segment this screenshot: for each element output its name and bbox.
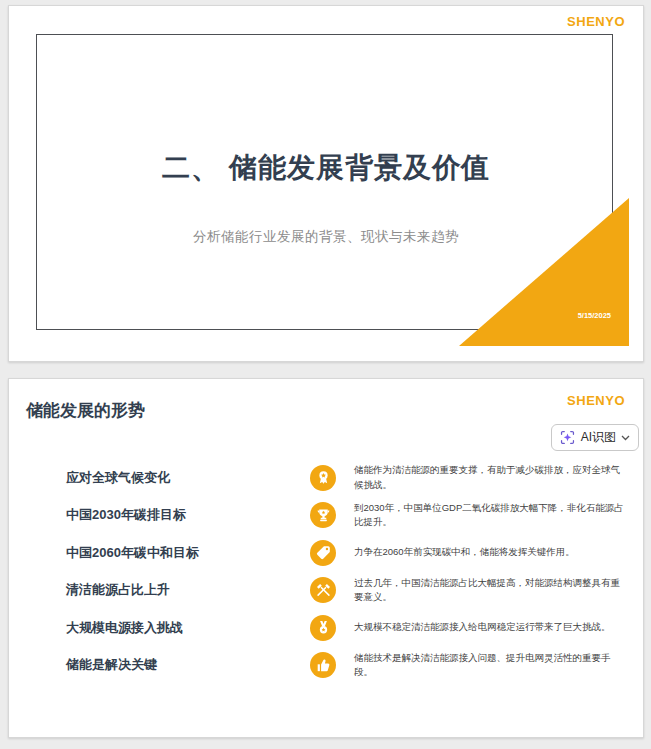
price-tag-icon [310, 540, 336, 566]
item-label: 中国2030年碳排目标 [66, 506, 298, 524]
star-medal-icon [310, 615, 336, 641]
section-subtitle: 分析储能行业发展的背景、现状与未来趋势 [9, 228, 643, 246]
trophy-icon [310, 502, 336, 528]
brand-logo: SHENYO [567, 14, 625, 29]
item-description: 到2030年，中国单位GDP二氧化碳排放大幅下降，非化石能源占比提升。 [354, 501, 624, 530]
crossed-hammers-icon [310, 577, 336, 603]
situation-list: 应对全球气候变化 储能作为清洁能源的重要支撑，有助于减少碳排放，应对全球气候挑战… [9, 459, 643, 684]
list-item: 清洁能源占比上升 过去几年，中国清洁能源占比大幅提高，对能源结构调整具有重要意义… [9, 572, 643, 610]
list-item: 中国2030年碳排目标 到2030年，中国单位GDP二氧化碳排放大幅下降，非化石… [9, 497, 643, 535]
ribbon-medal-icon [310, 465, 336, 491]
section-title: 二、 储能发展背景及价值 [9, 149, 643, 187]
list-item: 大规模电源接入挑战 大规模不稳定清洁能源接入给电网稳定运行带来了巨大挑战。 [9, 609, 643, 647]
item-label: 中国2060年碳中和目标 [66, 544, 298, 562]
item-description: 力争在2060年前实现碳中和，储能将发挥关键作用。 [354, 545, 624, 560]
item-label: 大规模电源接入挑战 [66, 619, 298, 637]
item-description: 过去几年，中国清洁能源占比大幅提高，对能源结构调整具有重要意义。 [354, 576, 624, 605]
ai-sparkle-scan-icon [559, 429, 576, 446]
slide-date: 5/15/2025 [549, 311, 611, 320]
thumbs-up-icon [310, 652, 336, 678]
slide-content-situation[interactable]: 储能发展的形势 SHENYO AI识图 应对全球气候变化 [8, 378, 644, 738]
item-description: 储能作为清洁能源的重要支撑，有助于减少碳排放，应对全球气候挑战。 [354, 463, 624, 492]
list-item: 应对全球气候变化 储能作为清洁能源的重要支撑，有助于减少碳排放，应对全球气候挑战… [9, 459, 643, 497]
chevron-down-icon [621, 435, 630, 441]
list-item: 储能是解决关键 储能技术是解决清洁能源接入问题、提升电网灵活性的重要手段。 [9, 647, 643, 685]
slide-section-cover[interactable]: SHENYO 二、 储能发展背景及价值 分析储能行业发展的背景、现状与未来趋势 … [8, 5, 644, 362]
page-title: 储能发展的形势 [26, 399, 145, 422]
item-description: 储能技术是解决清洁能源接入问题、提升电网灵活性的重要手段。 [354, 651, 624, 680]
item-label: 应对全球气候变化 [66, 469, 298, 487]
ai-recognize-button[interactable]: AI识图 [551, 424, 639, 451]
ai-button-label: AI识图 [581, 429, 616, 446]
item-label: 储能是解决关键 [66, 656, 298, 674]
list-item: 中国2060年碳中和目标 力争在2060年前实现碳中和，储能将发挥关键作用。 [9, 534, 643, 572]
brand-logo: SHENYO [567, 393, 625, 408]
item-label: 清洁能源占比上升 [66, 581, 298, 599]
item-description: 大规模不稳定清洁能源接入给电网稳定运行带来了巨大挑战。 [354, 620, 624, 635]
